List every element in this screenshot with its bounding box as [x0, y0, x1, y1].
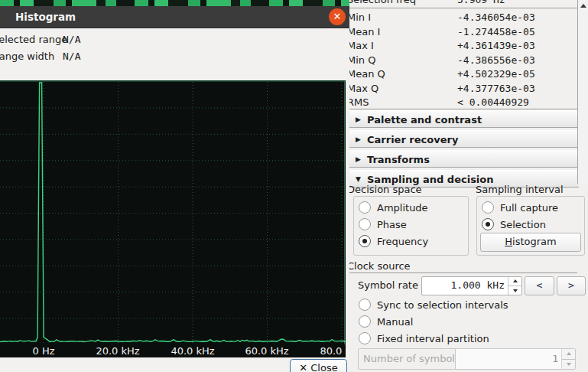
range-width-label: Range width	[0, 51, 54, 62]
settings-panel: Selection freq 5.909 Hz Min I -4.346054e…	[349, 0, 588, 372]
number-of-symbols-label: Number of symbols	[363, 353, 460, 364]
histogram-plot[interactable]: 0 Hz 20.0 kHz 40.0 kHz 60.0 kHz 80.0 kHz	[0, 80, 346, 357]
separator	[349, 8, 577, 8]
panel-scrollbar[interactable]	[577, 0, 588, 184]
symbol-rate-step-up-button[interactable]: >	[557, 276, 586, 295]
stat-value: < 0.00440929	[457, 96, 529, 108]
spinner-up-icon[interactable]	[508, 277, 521, 286]
stat-row-max-q: Max Q +4.377763e-03	[349, 81, 577, 96]
stat-row-min-i: Min I -4.346054e-03	[349, 10, 577, 24]
histogram-button[interactable]: Histogram	[480, 233, 581, 252]
background-spectrogram-strip	[0, 0, 349, 6]
stat-value: -4.346054e-03	[457, 11, 535, 23]
section-title: Palette and contrast	[367, 114, 482, 126]
selection-freq-value: 5.909 Hz	[457, 0, 505, 5]
radio-circle-icon[interactable]	[359, 315, 371, 328]
selected-range-value: N/A	[63, 34, 80, 45]
histogram-dialog: Histogram ✕ Selected range N/A Range wid…	[0, 6, 349, 372]
selected-range-label: Selected range	[0, 34, 67, 45]
x-tick-label: 80.0 kHz	[320, 345, 363, 357]
radio-selection[interactable]: Selection	[482, 218, 546, 230]
radio-frequency[interactable]: Frequency	[359, 235, 428, 247]
sampling-interval-group: Full capture Selection Histogram	[476, 196, 585, 256]
spinner-down-icon[interactable]	[508, 286, 521, 295]
step-down-label: <	[537, 279, 543, 291]
radio-label: Fixed interval partition	[377, 333, 489, 344]
section-carrier-recovery[interactable]: ▶ Carrier recovery	[349, 130, 579, 148]
radio-label: Amplitude	[377, 202, 428, 214]
symbol-rate-spinbox[interactable]: 1.000 kHz	[421, 276, 522, 295]
radio-fixed-interval-partition[interactable]: Fixed interval partition	[359, 332, 489, 344]
decision-space-label: Decision space	[349, 184, 422, 195]
spinner-down-icon[interactable]	[562, 359, 575, 370]
separator	[349, 109, 577, 109]
radio-circle-checked-icon[interactable]	[359, 235, 371, 247]
stat-label: Max Q	[349, 83, 378, 94]
symbol-rate-spinner	[508, 277, 521, 295]
decision-space-group: Amplitude Phase Frequency	[353, 196, 469, 256]
stat-row-mean-i: Mean I -1.274458e-05	[349, 24, 577, 39]
radio-phase[interactable]: Phase	[359, 218, 407, 230]
stat-label: Max I	[349, 40, 374, 51]
close-button-label: Close	[310, 362, 337, 372]
radio-circle-icon[interactable]	[359, 332, 371, 344]
x-tick-label: 0 Hz	[32, 345, 54, 357]
stat-row-max-i: Max I +4.361439e-03	[349, 38, 577, 53]
range-width-row: Range width N/A	[0, 51, 229, 64]
histogram-button-label: Histogram	[505, 236, 556, 247]
radio-manual[interactable]: Manual	[359, 315, 413, 328]
radio-sync-to-selection-intervals[interactable]: Sync to selection intervals	[359, 299, 508, 311]
radio-full-capture[interactable]: Full capture	[482, 201, 558, 214]
symbol-rate-value: 1.000 kHz	[451, 279, 505, 291]
symbol-rate-label: Symbol rate	[358, 279, 418, 291]
collapsed-arrow-icon: ▶	[356, 116, 367, 123]
scroll-up-icon[interactable]	[580, 1, 586, 8]
dialog-titlebar[interactable]: Histogram ✕	[0, 6, 349, 28]
stat-row-mean-q: Mean Q +4.502329e-05	[349, 67, 577, 81]
stat-label: Min I	[349, 11, 371, 23]
x-axis: 0 Hz 20.0 kHz 40.0 kHz 60.0 kHz 80.0 kHz	[0, 344, 346, 357]
radio-label: Full capture	[500, 202, 558, 214]
stat-row-rms: RMS < 0.00440929	[349, 95, 577, 109]
symbol-rate-step-down-button[interactable]: <	[525, 276, 554, 295]
app-screen: Histogram ✕ Selected range N/A Range wid…	[0, 0, 588, 372]
radio-amplitude[interactable]: Amplitude	[359, 201, 428, 214]
spinner-up-icon[interactable]	[562, 349, 575, 359]
section-title: Transforms	[367, 154, 430, 165]
radio-circle-checked-icon[interactable]	[482, 218, 494, 230]
radio-circle-icon[interactable]	[359, 218, 371, 230]
close-button[interactable]: ✕Close	[290, 359, 347, 372]
section-title: Carrier recovery	[367, 134, 458, 145]
expanded-arrow-icon: ▼	[356, 175, 367, 183]
radio-label: Selection	[500, 219, 546, 230]
radio-label: Sync to selection intervals	[377, 299, 508, 311]
clock-source-label: Clock source	[349, 260, 411, 272]
stat-value: -4.386556e-03	[457, 54, 535, 66]
stats-list: Min I -4.346054e-03 Mean I -1.274458e-05…	[349, 10, 577, 109]
radio-circle-icon[interactable]	[482, 201, 494, 214]
x-tick-label: 40.0 kHz	[171, 345, 214, 357]
close-button-x-icon: ✕	[299, 362, 307, 372]
stat-value: -1.274458e-05	[457, 26, 535, 38]
stat-value: +4.502329e-05	[457, 68, 535, 80]
number-of-symbols-spinbox[interactable]: 1	[455, 348, 576, 370]
separator	[349, 272, 577, 273]
histogram-plot-canvas[interactable]	[0, 80, 346, 344]
x-tick-label: 60.0 kHz	[245, 345, 288, 357]
dialog-title: Histogram	[15, 11, 76, 23]
stat-row-min-q: Min Q -4.386556e-03	[349, 53, 577, 67]
radio-circle-icon[interactable]	[359, 201, 371, 214]
radio-label: Phase	[377, 219, 407, 230]
range-width-value: N/A	[63, 51, 80, 62]
stat-label: Min Q	[349, 54, 375, 66]
number-of-symbols-label-box: Number of symbols	[358, 348, 460, 370]
stat-value: +4.377763e-03	[457, 83, 535, 94]
collapsed-arrow-icon: ▶	[356, 155, 367, 163]
section-palette-and-contrast[interactable]: ▶ Palette and contrast	[349, 110, 579, 128]
close-x-glyph: ✕	[333, 11, 342, 22]
selected-range-row: Selected range N/A	[0, 34, 229, 47]
radio-label: Frequency	[377, 236, 428, 247]
section-transforms[interactable]: ▶ Transforms	[349, 150, 579, 168]
window-close-icon[interactable]: ✕	[329, 8, 346, 25]
radio-circle-icon[interactable]	[359, 299, 371, 311]
